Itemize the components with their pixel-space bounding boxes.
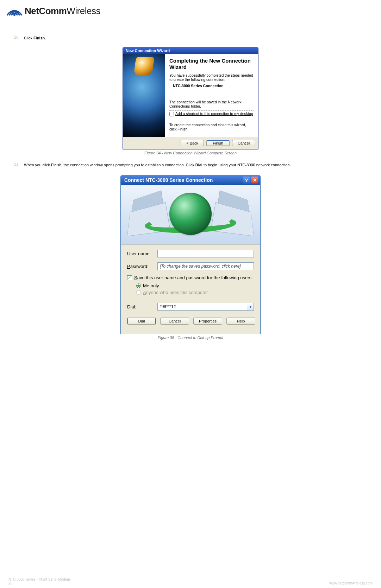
wizard-titlebar: New Connection Wizard (123, 47, 258, 54)
footer-product: NTC 3000 Series – M2M Serial Modem (8, 577, 70, 581)
radio-anyone-row: Anyone who uses this computer (136, 290, 254, 295)
globe-icon (169, 193, 212, 235)
step-number: 21. (14, 162, 24, 168)
dial-combobox: ▾ (157, 303, 254, 311)
username-input[interactable] (157, 250, 254, 257)
step-number: 20. (14, 35, 24, 41)
username-label: User name: (127, 251, 157, 256)
wizard-shortcut-label: Add a shortcut to this connection to my … (175, 111, 253, 116)
footer-page-number: 26 (8, 581, 70, 585)
properties-button[interactable]: Properties (193, 318, 222, 325)
password-input[interactable] (157, 262, 254, 270)
radio-me-only[interactable] (136, 283, 141, 288)
step-20: 20. Click Finish. (14, 35, 367, 41)
figure-34-caption: Figure 34 - New Connection Wizard Comple… (14, 151, 367, 155)
page-content: 20. Click Finish. New Connection Wizard … (0, 25, 381, 340)
step-21: 21. When you click Finish, the connectio… (14, 162, 367, 168)
radio-me-only-label: Me only (143, 283, 159, 288)
cancel-button[interactable]: Cancel (160, 318, 189, 325)
svg-point-0 (13, 14, 15, 16)
connect-window: Connect NTC-3000 Series Connection ? ✕ U… (120, 175, 261, 334)
wizard-connection-name: NTC-3000 Series Connection (173, 84, 254, 88)
radio-me-only-row: Me only (136, 283, 254, 288)
figure-34: New Connection Wizard Completing the New… (14, 47, 367, 155)
wifi-arc-icon (6, 4, 23, 18)
wizard-shortcut-checkbox-row: Add a shortcut to this connection to my … (169, 110, 254, 116)
finish-button[interactable]: Finish (206, 140, 230, 146)
chevron-down-icon[interactable]: ▾ (247, 303, 254, 311)
wizard-window: New Connection Wizard Completing the New… (123, 47, 258, 149)
wizard-footer: < Back Finish Cancel (123, 137, 258, 149)
wizard-heading: Completing the New Connection Wizard (169, 58, 254, 70)
figure-35: Connect NTC-3000 Series Connection ? ✕ U… (14, 175, 367, 340)
wizard-text-1: You have successfully completed the step… (169, 73, 254, 82)
wizard-text-3: To create the connection and close this … (169, 123, 254, 131)
help-icon[interactable]: ? (243, 177, 250, 184)
radio-anyone-label: Anyone who uses this computer (143, 290, 208, 295)
wizard-text-2: The connection will be saved in the Netw… (169, 100, 254, 108)
close-icon[interactable]: ✕ (251, 177, 258, 184)
figure-35-caption: Figure 35 - Connect to Dial-up Prompt (14, 335, 367, 340)
dial-label: Dial: (127, 304, 157, 309)
footer-url: www.netcommwireless.com (329, 581, 373, 585)
help-button[interactable]: Help (226, 318, 255, 325)
dial-input[interactable] (157, 303, 247, 311)
username-row: User name: (127, 250, 254, 257)
connect-hero-image (121, 185, 260, 245)
connect-titlebar: Connect NTC-3000 Series Connection ? ✕ (121, 175, 260, 185)
step-text: Click Finish. (24, 35, 367, 41)
save-credentials-row: ✓ Save this user name and password for t… (127, 275, 254, 280)
radio-anyone[interactable] (136, 290, 141, 295)
wizard-shortcut-checkbox[interactable] (169, 112, 174, 116)
page-footer: NTC 3000 Series – M2M Serial Modem 26 ww… (0, 576, 381, 585)
cancel-button[interactable]: Cancel (232, 140, 255, 146)
brand-text: NetCommWireless (25, 6, 100, 17)
back-button[interactable]: < Back (181, 140, 204, 146)
brand-logo: NetCommWireless (6, 4, 375, 18)
page-header: NetCommWireless (0, 0, 381, 25)
password-row: Password: (127, 262, 254, 270)
connect-title-text: Connect NTC-3000 Series Connection (124, 177, 213, 183)
connect-button-row: Dial Cancel Properties Help (127, 317, 254, 329)
save-credentials-checkbox[interactable]: ✓ (127, 275, 132, 280)
save-credentials-label: Save this user name and password for the… (134, 275, 253, 280)
step-text: When you click Finish, the connection wi… (24, 162, 367, 168)
dial-button[interactable]: Dial (127, 318, 156, 325)
wizard-sidebar-image (123, 54, 165, 137)
dial-row: Dial: ▾ (127, 303, 254, 311)
password-label: Password: (127, 264, 157, 269)
